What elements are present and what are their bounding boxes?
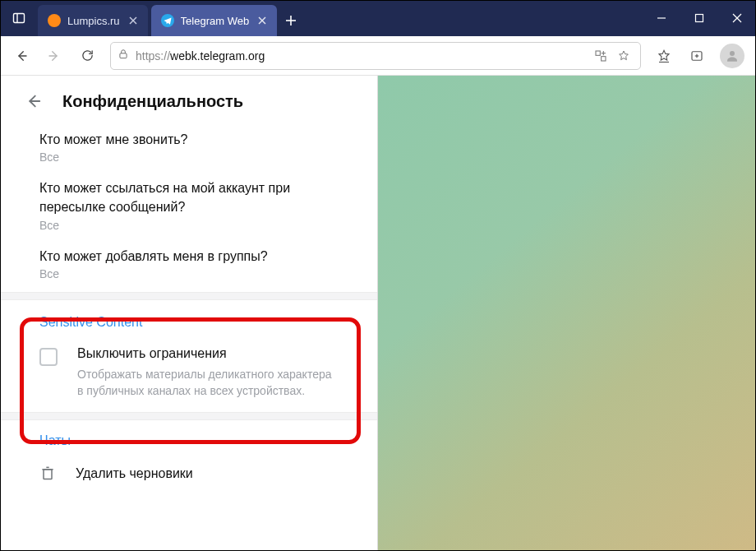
window-minimize-button[interactable] — [643, 0, 680, 36]
privacy-item-calls[interactable]: Кто может мне звонить? Все — [0, 127, 377, 175]
tab-actions-button[interactable] — [0, 0, 38, 36]
svg-rect-16 — [596, 51, 600, 55]
reload-button[interactable] — [72, 41, 102, 71]
toggle-disable-filtering[interactable]: Выключить ограничения Отображать материа… — [0, 336, 377, 413]
section-divider — [0, 412, 377, 420]
nav-forward-button[interactable] — [39, 41, 69, 71]
window-close-button[interactable] — [718, 0, 756, 36]
svg-rect-15 — [120, 53, 127, 58]
favicon-lumpics — [48, 14, 61, 27]
svg-rect-17 — [602, 56, 606, 60]
privacy-item-groups[interactable]: Кто может добавлять меня в группы? Все — [0, 243, 377, 292]
titlebar: Lumpics.ru Telegram Web — [0, 0, 756, 36]
collections-button[interactable] — [682, 41, 712, 71]
panel-header: Конфиденциальность — [0, 76, 377, 127]
address-bar[interactable]: https://webk.telegram.org — [110, 42, 641, 70]
privacy-item-question: Кто может мне звонить? — [39, 130, 353, 149]
window-maximize-button[interactable] — [680, 0, 718, 36]
section-title-sensitive: Sensitive Content — [0, 300, 377, 336]
page-title: Конфиденциальность — [62, 92, 243, 111]
profile-avatar[interactable] — [720, 44, 744, 68]
delete-drafts-label: Удалить черновики — [76, 466, 193, 481]
content-area: Конфиденциальность Кто может мне звонить… — [0, 76, 756, 551]
privacy-item-value: Все — [39, 267, 353, 280]
toolbar: https://webk.telegram.org — [0, 36, 756, 76]
lock-icon — [118, 49, 129, 63]
privacy-item-value: Все — [39, 150, 353, 164]
section-divider — [0, 292, 377, 300]
favorite-icon[interactable] — [614, 46, 634, 66]
privacy-item-question: Кто может добавлять меня в группы? — [39, 247, 353, 266]
toggle-description: Отображать материалы деликатного характе… — [77, 366, 340, 400]
checkbox-icon[interactable] — [39, 348, 58, 366]
privacy-item-question: Кто может ссылаться на мой аккаунт при п… — [39, 178, 353, 216]
trash-icon — [39, 465, 58, 483]
toggle-label: Выключить ограничения — [77, 346, 340, 361]
chat-background — [378, 76, 756, 551]
url-text: https://webk.telegram.org — [136, 49, 265, 63]
toggle-text: Выключить ограничения Отображать материа… — [77, 346, 340, 400]
settings-panel: Конфиденциальность Кто может мне звонить… — [0, 76, 378, 551]
url-scheme: https:// — [136, 49, 170, 63]
svg-rect-0 — [14, 14, 25, 23]
close-icon[interactable] — [127, 14, 140, 27]
tab-label: Telegram Web — [181, 15, 250, 27]
close-icon[interactable] — [256, 14, 269, 27]
privacy-item-forwarding[interactable]: Кто может ссылаться на мой аккаунт при п… — [0, 175, 377, 243]
tab-label: Lumpics.ru — [67, 15, 120, 27]
nav-back-button[interactable] — [7, 41, 36, 71]
svg-rect-10 — [696, 15, 703, 22]
extensions-icon[interactable] — [591, 46, 611, 66]
favorites-bar-button[interactable] — [649, 41, 679, 71]
browser-tab-inactive[interactable]: Lumpics.ru — [38, 5, 148, 36]
new-tab-button[interactable] — [277, 5, 305, 36]
svg-rect-26 — [44, 470, 52, 479]
back-icon[interactable] — [21, 90, 44, 113]
favicon-telegram — [161, 14, 174, 27]
address-bar-actions — [591, 46, 634, 66]
delete-drafts-row[interactable]: Удалить черновики — [0, 453, 377, 498]
privacy-item-value: Все — [39, 219, 353, 232]
svg-point-24 — [730, 51, 735, 56]
section-title-chats: Чаты — [0, 420, 377, 453]
browser-tab-active[interactable]: Telegram Web — [151, 5, 278, 36]
url-host: webk.telegram.org — [170, 49, 265, 63]
titlebar-spacer — [305, 0, 643, 36]
